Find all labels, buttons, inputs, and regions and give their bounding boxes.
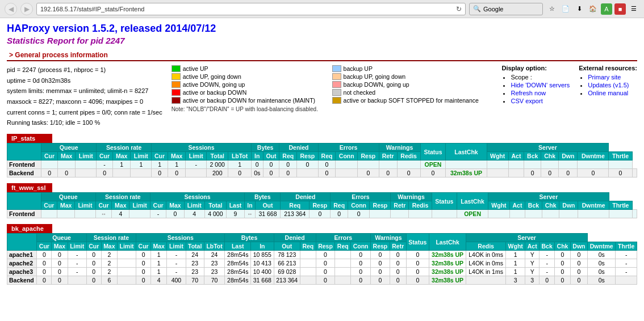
home-icon[interactable]: 🏠 [587,3,599,15]
back-button[interactable]: ◀ [5,3,17,15]
th-sv-dwn: Dwn [559,152,578,160]
th-q-limit: Limit [76,152,97,160]
th-denied: Denied [279,143,318,152]
legend-active-up-going-down: active UP, going down [172,73,332,81]
legend-active-backup-down: active or backup DOWN [172,88,332,96]
th3-sessions: Sessions [136,234,225,242]
pid-line: pid = 2247 (process #1, nbproc = 1) [7,65,162,75]
star-icon[interactable]: ☆ [546,3,558,15]
ft-www-ssl-title: ft_www_ssl [7,183,52,192]
extension-r-icon[interactable]: ■ [614,3,626,15]
extension-a-icon[interactable]: A [601,3,612,15]
th-lastchk: LastChk [446,143,487,160]
page-content: HAProxy version 1.5.2, released 2014/07/… [0,18,644,295]
th2-name [7,193,41,210]
process-info: pid = 2247 (process #1, nbproc = 1) upti… [7,65,162,128]
search-icon: 🔍 [473,5,481,12]
refresh-now[interactable]: Refresh now [511,90,570,96]
th-sv-dwntme: Dwntme [578,152,609,160]
address-bar[interactable]: 192.168.5.17/stats#IP_stats/Frontend ↻ [36,3,466,15]
currconns-line: current conns = 1; current pipes = 0/0; … [7,107,162,118]
th2-lastchk: LastChk [457,193,488,210]
th-w-retr: Retr [379,152,397,160]
search-bar[interactable]: 🔍 Google [469,3,543,15]
row-backend-label: Backend [7,169,41,178]
primary-site-link[interactable]: Primary site [588,74,637,81]
th3-server: Server [466,234,588,242]
th-warnings: Warnings [379,143,420,152]
display-options: Display option: Scope : Hide 'DOWN' serv… [501,65,570,128]
th-sv-bck: Bck [524,152,541,160]
table-row: Backend 00 06 04400 7070 28m54s 31 66821… [7,276,637,285]
th-bytes: Bytes [251,143,279,152]
th3-session-rate: Session rate [86,234,136,242]
table-row: Frontend -11 11- 2 0001 00 00 0 OPEN [7,160,637,169]
th-sr-limit: Limit [131,152,152,160]
syslimits-line: system limits: memmax = unlimited; ulimi… [7,86,162,96]
th-session-rate: Session rate [97,143,152,152]
legend-backup-down-going-up: backup DOWN, going up [332,81,493,88]
th2-queue: Queue [41,193,95,201]
legend-color-soft-stop [332,97,341,104]
th-sessions: Sessions [152,143,252,152]
legend-color-active-up [172,65,181,72]
th3-queue: Queue [37,234,86,242]
legend-color-active-down-going-up [172,81,181,88]
search-text: Google [483,6,503,12]
menu-icon[interactable]: ☰ [628,3,639,15]
th-e-req: Req [318,152,336,160]
table-row: apache1 00- 02 01- 2424 28m54s 10 85578 … [7,251,637,259]
general-section-header[interactable]: General process information [7,50,637,61]
legend-backup-up-going-down: backup UP, going down [332,73,493,81]
th-s-lbtot: LbTot [228,152,252,160]
th-s-max: Max [168,152,185,160]
ft-www-ssl-table: Queue Session rate Sessions Bytes Denied… [7,192,637,218]
download-icon[interactable]: ⬇ [574,3,585,15]
th2-denied: Denied [281,193,331,201]
th3-lastchk: LastChk [429,234,466,251]
legend-soft-stop: active or backup SOFT STOPPED for mainte… [332,96,493,104]
tasks-line: Running tasks: 1/10; idle = 100 % [7,117,162,128]
legend-note: Note: "NOLB"/"DRAIN" = UP with load-bala… [172,106,493,112]
table-row: apache3 00- 02 01- 2323 28m54s 10 40069 … [7,268,637,276]
forward-button[interactable]: ▶ [20,3,33,15]
table-row: Backend 00 0 00 2000 0s 00 0 00 00 32m38… [7,169,637,178]
th3-warnings: Warnings [371,234,407,242]
ip-stats-title: IP_stats [7,134,52,143]
maxsock-line: maxsock = 8227; maxconn = 4096; maxpipes… [7,96,162,107]
th-sv-chk: Chk [541,152,559,160]
th-d-req: Req [279,152,297,160]
th-sv-thrtle: Thrtle [609,152,632,160]
legend-area: active UP backup UP active UP, going dow… [172,65,493,128]
th-sr-max: Max [112,152,130,160]
address-text: 192.168.5.17/stats#IP_stats/Frontend [40,6,454,12]
row-frontend-label: Frontend [7,160,41,169]
page-subtitle: Statistics Report for pid 2247 [7,36,637,45]
th-q-max: Max [57,152,75,160]
csv-export[interactable]: CSV export [511,98,570,104]
scope-option: Scope : [511,74,570,81]
updates-link[interactable]: Updates (v1.5) [588,82,637,88]
th-sv-act: Act [508,152,524,160]
reload-button[interactable]: ↻ [456,5,462,13]
th-s-limit: Limit [186,152,207,160]
table-row: apache2 00- 02 01- 2323 28m54s 10 41366 … [7,259,637,268]
th-errors: Errors [318,143,379,152]
info-display: pid = 2247 (process #1, nbproc = 1) upti… [7,65,637,128]
online-manual-link[interactable]: Online manual [588,90,637,96]
th-sr-cur: Cur [97,152,113,160]
legend-color-backup-down-going-up [332,81,341,88]
hide-down-servers[interactable]: Hide 'DOWN' servers [511,82,570,88]
th3-status: Status [406,234,429,251]
legend-color-active-up-going-down [172,73,181,80]
th3-errors: Errors [316,234,370,242]
bookmark-icon[interactable]: 📄 [560,3,571,15]
th-d-resp: Resp [297,152,318,160]
legend-color-down [172,89,181,96]
external-resources-title: External resources: [579,65,637,71]
th-b-out: Out [263,152,279,160]
ft-www-ssl-section: ft_www_ssl Queue Session rate Sessions B… [7,183,637,218]
th-s-cur: Cur [152,152,168,160]
th2-server: Server [488,193,609,201]
legend-backup-up: backup UP [332,65,493,73]
